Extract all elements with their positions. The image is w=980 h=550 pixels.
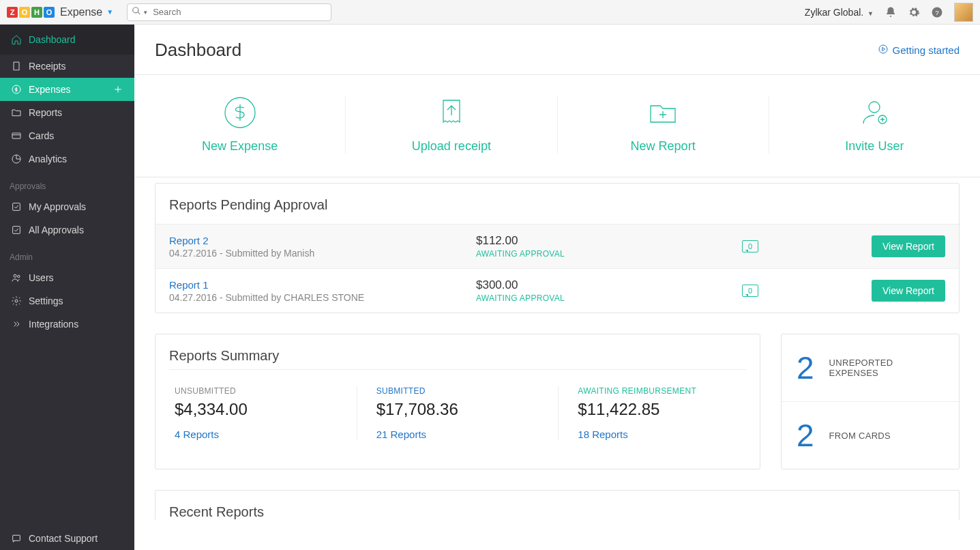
sidebar-item-my-approvals[interactable]: My Approvals — [0, 195, 134, 218]
gear-icon[interactable] — [908, 6, 920, 18]
folder-plus-icon — [646, 96, 680, 130]
sidebar-item-settings[interactable]: Settings — [0, 289, 134, 313]
sidebar-item-cards[interactable]: Cards — [0, 124, 134, 147]
qa-label: New Report — [631, 139, 696, 154]
sidebar-item-analytics[interactable]: Analytics — [0, 147, 134, 171]
topbar: Z O H O Expense ▼ ▾ Zylkar Global. ▼ ? — [0, 0, 980, 25]
getting-started-link[interactable]: Getting started — [878, 44, 960, 57]
report-link[interactable]: Report 1 — [169, 279, 209, 291]
card-icon — [11, 130, 22, 141]
home-icon — [11, 34, 22, 45]
sidebar-group-admin: Admin — [0, 242, 134, 266]
sidebar-item-receipts[interactable]: Receipts — [0, 55, 134, 78]
search-box[interactable]: ▾ — [127, 3, 331, 21]
bell-icon[interactable] — [885, 6, 897, 18]
sidebar-item-label: My Approvals — [29, 201, 86, 212]
sidebar-item-expenses[interactable]: Expenses — [0, 78, 134, 101]
sidebar-item-label: Cards — [29, 130, 54, 141]
search-input[interactable] — [150, 7, 327, 17]
comment-count-icon[interactable]: 0 — [742, 240, 758, 252]
summary-amount: $11,422.85 — [578, 400, 741, 419]
sidebar-item-label: All Approvals — [29, 225, 84, 235]
summary-col-submitted: SUBMITTED $17,708.36 21 Reports — [357, 386, 559, 440]
pie-icon — [11, 154, 22, 164]
check-square-icon — [11, 201, 22, 212]
summary-link[interactable]: 21 Reports — [376, 429, 426, 440]
svg-point-7 — [18, 275, 20, 277]
users-icon — [11, 272, 22, 283]
stat-number: 2 — [797, 352, 814, 383]
brand-caret-icon[interactable]: ▼ — [106, 8, 113, 16]
view-report-button[interactable]: View Report — [872, 280, 945, 302]
integrations-icon — [11, 319, 22, 330]
sidebar-item-all-approvals[interactable]: All Approvals — [0, 218, 134, 242]
logo-tile-o2: O — [44, 7, 55, 18]
plus-icon[interactable] — [113, 84, 123, 95]
report-status: AWAITING APPROVAL — [476, 249, 742, 259]
logo-tile-o: O — [19, 7, 30, 18]
divider — [169, 369, 746, 370]
sidebar-item-label: Reports — [29, 107, 62, 118]
qa-upload-receipt[interactable]: Upload receipt — [346, 96, 557, 154]
getting-started-label: Getting started — [893, 44, 960, 56]
comment-count-icon[interactable]: 0 — [742, 285, 758, 297]
dollar-circle-icon — [223, 96, 257, 130]
pending-row: Report 2 04.27.2016 - Submitted by Manis… — [155, 224, 959, 268]
qa-label: Upload receipt — [412, 139, 491, 154]
sidebar-item-dashboard[interactable]: Dashboard — [0, 25, 134, 55]
org-name: Zylkar Global. — [805, 7, 863, 18]
divider — [134, 177, 980, 177]
sidebar-item-reports[interactable]: Reports — [0, 101, 134, 124]
dollar-circle-icon — [11, 84, 22, 95]
org-switcher[interactable]: Zylkar Global. ▼ — [805, 7, 874, 18]
upload-receipt-icon — [434, 96, 469, 130]
svg-rect-3 — [12, 133, 20, 139]
summary-label: AWAITING REIMBURSEMENT — [578, 386, 741, 396]
logo-tile-h: H — [31, 7, 42, 18]
qa-new-expense[interactable]: New Expense — [134, 96, 346, 154]
sidebar-item-users[interactable]: Users — [0, 266, 134, 289]
side-stats: 2 UNREPORTED EXPENSES 2 FROM CARDS — [781, 334, 960, 469]
report-status: AWAITING APPROVAL — [476, 293, 742, 303]
stat-unreported[interactable]: 2 UNREPORTED EXPENSES — [782, 334, 959, 402]
logo[interactable]: Z O H O Expense ▼ — [7, 6, 113, 18]
user-plus-icon — [857, 96, 891, 130]
stat-from-cards[interactable]: 2 FROM CARDS — [782, 402, 959, 469]
qa-new-report[interactable]: New Report — [558, 96, 769, 154]
search-icon — [132, 6, 141, 18]
search-scope-caret-icon[interactable]: ▾ — [144, 9, 147, 16]
svg-rect-4 — [13, 203, 20, 211]
svg-point-8 — [15, 300, 18, 302]
chat-icon — [11, 533, 22, 544]
summary-link[interactable]: 4 Reports — [175, 429, 219, 440]
page-header: Dashboard Getting started — [134, 25, 980, 74]
svg-rect-5 — [13, 227, 20, 234]
sidebar-group-approvals: Approvals — [0, 171, 134, 195]
report-amount: $300.00 — [476, 278, 742, 292]
recent-reports-panel: Recent Reports — [155, 490, 960, 520]
help-icon[interactable]: ? — [931, 6, 943, 18]
qa-label: Invite User — [845, 139, 904, 154]
chevron-down-icon: ▼ — [867, 10, 874, 17]
qa-invite-user[interactable]: Invite User — [769, 96, 980, 154]
sidebar-item-label: Integrations — [29, 319, 78, 330]
qa-label: New Expense — [202, 139, 278, 154]
view-report-button[interactable]: View Report — [872, 235, 945, 257]
svg-point-12 — [869, 102, 880, 113]
svg-point-10 — [879, 45, 887, 53]
sidebar-item-contact-support[interactable]: Contact Support — [0, 527, 134, 550]
sidebar-item-label: Receipts — [29, 61, 65, 72]
folder-icon — [11, 107, 22, 118]
brand-name: Expense — [60, 6, 102, 18]
report-link[interactable]: Report 2 — [169, 235, 209, 246]
summary-amount: $17,708.36 — [376, 400, 539, 419]
stat-label: UNREPORTED EXPENSES — [829, 358, 944, 378]
summary-label: UNSUBMITTED — [175, 386, 338, 396]
pending-approval-panel: Reports Pending Approval Report 2 04.27.… — [155, 183, 960, 313]
gear-icon — [11, 295, 22, 306]
avatar[interactable] — [954, 3, 973, 22]
summary-link[interactable]: 18 Reports — [578, 429, 627, 440]
sidebar-item-label: Dashboard — [29, 34, 76, 45]
sidebar: Dashboard Receipts Expenses Reports Card… — [0, 25, 134, 550]
sidebar-item-integrations[interactable]: Integrations — [0, 313, 134, 336]
